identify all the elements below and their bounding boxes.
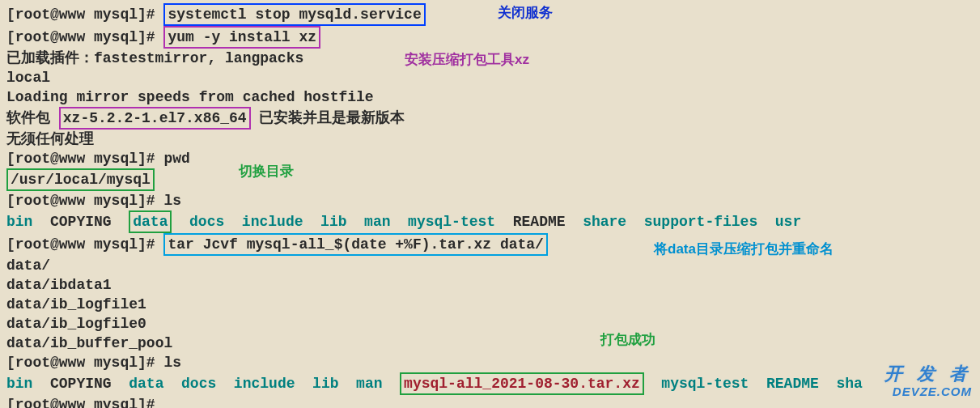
cmd-tar: tar Jcvf mysql-all_$(date +%F).tar.xz da…: [163, 233, 547, 256]
terminal-line-6: 软件包 xz-5.2.2-1.el7.x86_64 已安装并且是最新版本: [6, 107, 974, 130]
terminal-line-7: 无须任何处理: [6, 130, 974, 149]
terminal-line-11: bin COPYING data docs include lib man my…: [6, 210, 974, 233]
terminal-line-2: [root@www mysql]# yum -y install xz: [6, 26, 974, 49]
watermark-cn: 开 发 者: [885, 364, 972, 384]
annotation-pack-success: 打包成功: [600, 330, 655, 350]
terminal-line-10: [root@www mysql]# ls: [6, 191, 974, 210]
terminal-line-1: [root@www mysql]# systemctl stop mysqld.…: [6, 3, 974, 26]
annotation-switch-dir: 切换目录: [239, 162, 294, 181]
terminal-line-16: data/ib_logfile0: [6, 314, 974, 334]
terminal-line-20: [root@www mysql]#: [6, 395, 974, 408]
terminal-line-8: [root@www mysql]# pwd: [6, 149, 974, 168]
annotation-tar-data: 将data目录压缩打包并重命名: [654, 240, 834, 259]
terminal-line-14: data/ibdata1: [6, 275, 974, 295]
terminal-line-5: Loading mirror speeds from cached hostfi…: [6, 87, 974, 107]
tar-output-file: mysql-all_2021-08-30.tar.xz: [400, 372, 644, 395]
terminal-line-18: [root@www mysql]# ls: [6, 353, 974, 372]
annotation-install-xz: 安装压缩打包工具xz: [405, 50, 529, 70]
cmd-yum-install: yum -y install xz: [163, 26, 320, 49]
terminal-line-17: data/ib_buffer_pool: [6, 334, 974, 353]
terminal-line-4: local: [6, 68, 974, 87]
terminal-line-15: data/ib_logfile1: [6, 295, 974, 314]
terminal-line-9: /usr/local/mysql: [6, 168, 974, 191]
watermark-en: DEVZE.COM: [893, 382, 972, 402]
cmd-systemctl-stop: systemctl stop mysqld.service: [163, 3, 425, 26]
data-dir: data: [129, 210, 172, 233]
annotation-close-service: 关闭服务: [498, 3, 553, 23]
terminal-line-19: bin COPYING data docs include lib man my…: [6, 372, 974, 395]
pwd-output: /usr/local/mysql: [6, 168, 155, 191]
package-name: xz-5.2.2-1.el7.x86_64: [59, 107, 251, 130]
